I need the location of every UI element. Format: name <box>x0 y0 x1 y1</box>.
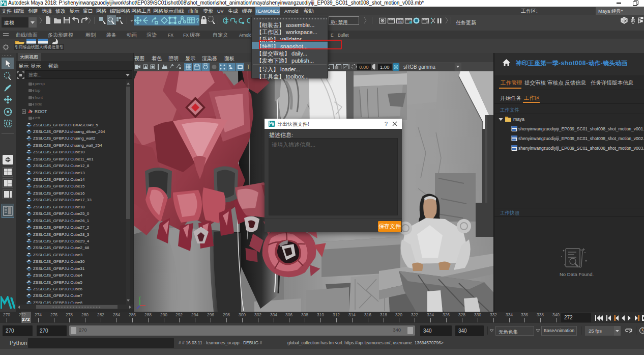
svg-text:?: ? <box>196 17 199 24</box>
svg-text:1.00: 1.00 <box>380 64 390 70</box>
svg-text:0.00: 0.00 <box>359 64 369 70</box>
svg-text:IPR: IPR <box>398 20 402 23</box>
svg-text:T: T <box>247 64 250 70</box>
svg-text:y: y <box>139 295 141 299</box>
svg-text:sRGB gamma: sRGB gamma <box>403 64 435 70</box>
